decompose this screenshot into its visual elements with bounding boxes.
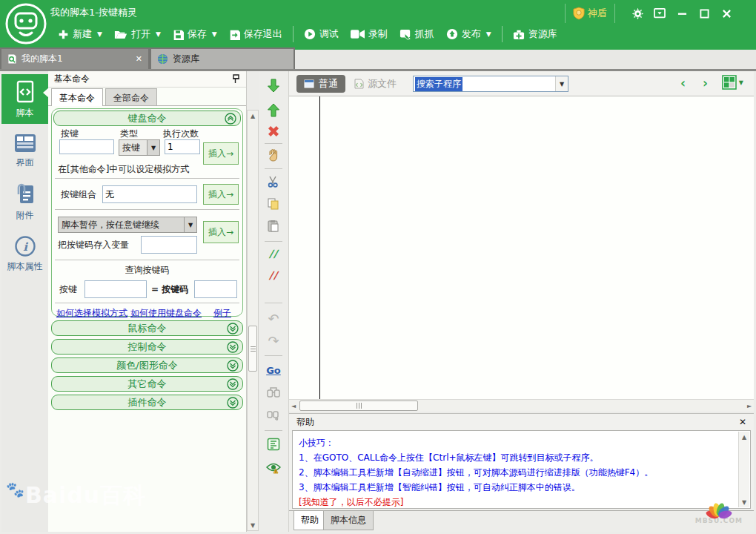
plugin-command-section[interactable]: 插件命令 bbox=[51, 395, 243, 410]
link-how-simulate[interactable]: 如何选择模拟方式 bbox=[56, 307, 127, 320]
chevron-down-icon[interactable]: ▼ bbox=[555, 76, 568, 91]
layout-split-button[interactable]: ▼ bbox=[722, 75, 743, 90]
delete-button[interactable] bbox=[265, 123, 282, 139]
mode-source-button[interactable]: 源文件 bbox=[348, 75, 402, 93]
tab-resource-library[interactable]: 资源库 bbox=[151, 49, 294, 69]
mode-normal-button[interactable]: 普通 bbox=[296, 75, 345, 93]
paste-icon bbox=[267, 220, 280, 233]
scroll-up-icon[interactable]: ▲ bbox=[248, 111, 258, 121]
tab-close-icon[interactable]: ✕ bbox=[136, 54, 142, 64]
link-example[interactable]: 例子 bbox=[213, 307, 231, 320]
syntax-check-button[interactable]: ! bbox=[265, 460, 282, 476]
cut-button[interactable] bbox=[265, 174, 282, 190]
library-button[interactable]: 资源库 bbox=[507, 24, 563, 44]
query-key-input[interactable] bbox=[84, 280, 147, 298]
minimize-button[interactable] bbox=[671, 4, 693, 22]
tab-all-commands[interactable]: 全部命令 bbox=[105, 88, 157, 106]
paste-button[interactable] bbox=[265, 218, 282, 234]
move-down-button[interactable] bbox=[265, 77, 282, 93]
control-command-section[interactable]: 控制命令 bbox=[51, 339, 243, 355]
settings-button[interactable] bbox=[626, 4, 649, 22]
close-icon bbox=[722, 9, 732, 19]
scrollbar-thumb[interactable] bbox=[248, 326, 257, 372]
move-up-button[interactable] bbox=[265, 102, 282, 118]
close-icon[interactable]: ✕ bbox=[739, 417, 746, 427]
sidebar-item-attachment[interactable]: 附件 bbox=[1, 177, 48, 226]
redo-icon: ↷ bbox=[268, 333, 279, 349]
hscrollbar-thumb[interactable] bbox=[299, 400, 418, 411]
script-editor-canvas[interactable] bbox=[289, 96, 754, 399]
store-variable-input[interactable] bbox=[141, 236, 197, 254]
copy-icon bbox=[267, 197, 280, 211]
tab-help[interactable]: 帮助 bbox=[294, 511, 326, 530]
mouse-command-section[interactable]: 鼠标命令 bbox=[51, 320, 243, 336]
edit-toolbar: // // ↶ ↷ Go ! bbox=[259, 71, 289, 532]
sidebar-item-script[interactable]: 脚本 bbox=[1, 74, 48, 124]
scroll-left-icon[interactable]: ◄ bbox=[289, 401, 298, 411]
insert-combo-button[interactable]: 插入→ bbox=[203, 184, 239, 205]
help-panel-header: 帮助 ✕ bbox=[289, 414, 754, 430]
find-button[interactable] bbox=[265, 384, 282, 400]
find-next-button[interactable] bbox=[265, 406, 282, 423]
next-subroutine-button[interactable]: › bbox=[703, 76, 708, 90]
collapse-icon[interactable] bbox=[225, 113, 236, 125]
insert-pause-button[interactable]: 插入→ bbox=[203, 221, 239, 243]
chevron-down-icon: ▼ bbox=[184, 217, 196, 232]
shield-status[interactable]: 神盾 bbox=[565, 4, 615, 23]
scroll-up-icon[interactable]: ▲ bbox=[739, 432, 749, 442]
save-exit-button[interactable]: 保存退出 bbox=[223, 24, 288, 44]
pause-hand-button[interactable] bbox=[265, 147, 282, 163]
scissors-icon bbox=[267, 175, 280, 188]
tab-my-script[interactable]: 我的脚本1 ✕ bbox=[1, 49, 148, 69]
binoculars-icon bbox=[267, 386, 280, 398]
editor-hscrollbar[interactable]: ◄ ► bbox=[289, 399, 754, 412]
copy-button[interactable] bbox=[265, 196, 282, 212]
save-button[interactable]: 保存▼ bbox=[167, 24, 223, 44]
keyboard-section-header[interactable]: 键盘命令 bbox=[53, 111, 241, 126]
sidebar-item-properties[interactable]: i 脚本属性 bbox=[1, 229, 48, 277]
new-button[interactable]: 新建▼ bbox=[52, 24, 108, 44]
pause-select[interactable]: 脚本暂停，按任意键继续 ▼ bbox=[58, 217, 197, 233]
open-button[interactable]: 打开▼ bbox=[108, 24, 167, 44]
comment-button[interactable]: // bbox=[265, 245, 282, 262]
maximize-button[interactable] bbox=[693, 4, 715, 22]
pin-icon[interactable] bbox=[232, 74, 240, 84]
uncomment-slashes-icon: // bbox=[269, 269, 278, 281]
play-icon bbox=[304, 28, 316, 40]
redo-button[interactable]: ↷ bbox=[265, 332, 282, 349]
scroll-down-icon[interactable]: ▼ bbox=[248, 520, 258, 530]
link-how-use-keyboard[interactable]: 如何使用键盘命令 bbox=[130, 307, 202, 320]
tab-basic-commands[interactable]: 基本命令 bbox=[51, 88, 103, 106]
sidebar-item-ui[interactable]: 界面 bbox=[1, 127, 48, 174]
query-code-input[interactable] bbox=[194, 280, 237, 298]
grab-button[interactable]: 抓抓 bbox=[394, 24, 440, 44]
count-input[interactable] bbox=[165, 139, 200, 154]
prev-subroutine-button[interactable]: ‹ bbox=[680, 76, 686, 90]
close-button[interactable] bbox=[715, 4, 737, 22]
subroutine-search-combo[interactable]: 搜索子程序 ▼ bbox=[413, 76, 568, 92]
delete-x-icon bbox=[267, 125, 280, 138]
baidu-watermark: 🐾Baidu百科 bbox=[6, 481, 146, 511]
tab-script-info[interactable]: 脚本信息 bbox=[323, 511, 374, 530]
panel-scrollbar[interactable]: ▲ ▼ bbox=[247, 110, 259, 531]
key-input[interactable] bbox=[59, 139, 114, 154]
other-command-section[interactable]: 其它命令 bbox=[51, 376, 243, 392]
plus-icon bbox=[58, 29, 69, 40]
insert-key-button[interactable]: 插入→ bbox=[203, 142, 239, 165]
type-select[interactable]: 按键 ▼ bbox=[119, 139, 160, 156]
arrow-up-icon bbox=[267, 103, 280, 117]
publish-button[interactable]: 发布▼ bbox=[440, 24, 497, 44]
tray-mode-button[interactable] bbox=[649, 4, 671, 22]
dismiss-tips-link[interactable]: [我知道了，以后不必提示] bbox=[299, 495, 735, 509]
undo-button[interactable]: ↶ bbox=[265, 310, 282, 326]
record-button[interactable]: 录制 bbox=[345, 24, 394, 44]
color-command-section[interactable]: 颜色/图形命令 bbox=[51, 357, 243, 373]
panel-tabs: 基本命令 全部命令 bbox=[51, 88, 159, 106]
scroll-right-icon[interactable]: ► bbox=[745, 401, 754, 411]
goto-line-button[interactable]: Go bbox=[265, 362, 282, 378]
key-combo-input[interactable] bbox=[102, 185, 197, 203]
uncomment-button[interactable]: // bbox=[265, 267, 282, 283]
simulation-note: 在[其他命令]中可以设定模拟方式 bbox=[58, 163, 189, 176]
debug-button[interactable]: 调试 bbox=[298, 24, 345, 44]
format-script-button[interactable] bbox=[265, 436, 282, 452]
